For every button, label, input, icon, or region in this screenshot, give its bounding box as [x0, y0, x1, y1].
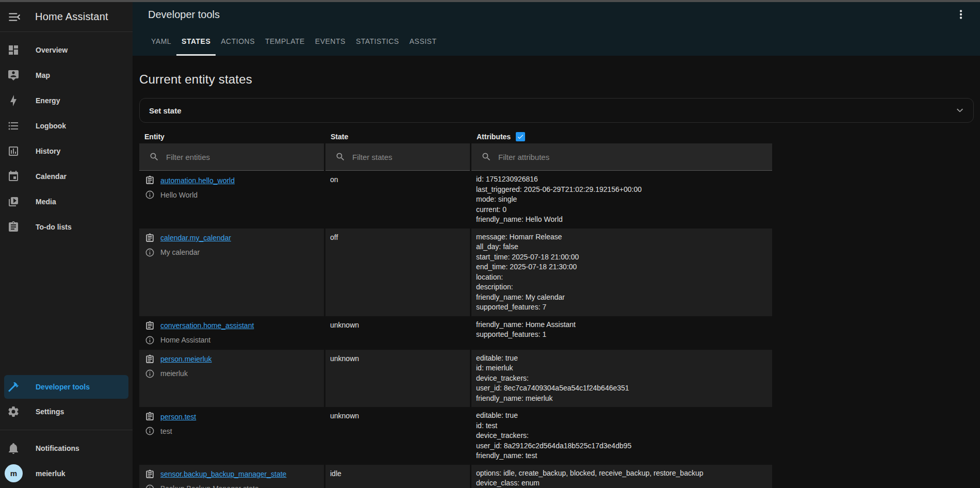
table-header-row: EntityStateAttributes: [139, 130, 772, 143]
entity-link[interactable]: calendar.my_calendar: [160, 234, 231, 242]
attribute-line: end_time: 2025-07-18 21:30:00: [476, 262, 772, 272]
calendar-icon: [7, 170, 20, 183]
sidebar-nav: OverviewMapEnergyLogbookHistoryCalendarM…: [0, 32, 133, 239]
sidebar-item-energy[interactable]: Energy: [0, 88, 133, 113]
column-header-attributes: Attributes: [471, 130, 772, 143]
state-cell: idle: [325, 465, 470, 488]
search-icon: [481, 152, 492, 162]
sidebar-item-logbook[interactable]: Logbook: [0, 113, 133, 138]
tab-template[interactable]: TEMPLATE: [260, 27, 310, 56]
sidebar-item-profile[interactable]: mmeierluk: [0, 461, 133, 486]
overflow-menu-icon[interactable]: [954, 8, 968, 21]
entity-states-table: EntityStateAttributes automation.hello_w…: [139, 130, 772, 488]
set-state-label: Set state: [149, 106, 182, 115]
entity-info-icon[interactable]: [145, 248, 155, 257]
sidebar-toggle-icon[interactable]: [8, 10, 21, 24]
attribute-line: friendly_name: Home Assistant: [476, 320, 772, 330]
tab-events[interactable]: EVENTS: [310, 27, 351, 56]
entity-friendly-name: Hello World: [160, 191, 198, 199]
attribute-line: current: 0: [476, 205, 772, 215]
sidebar-item-map[interactable]: Map: [0, 62, 133, 88]
entity-link[interactable]: sensor.backup_backup_manager_state: [160, 470, 286, 478]
attribute-line: options: idle, create_backup, blocked, r…: [476, 468, 772, 479]
bell-icon: [7, 442, 20, 454]
attribute-line: location:: [476, 272, 772, 283]
attribute-line: editable: true: [476, 411, 772, 421]
sidebar-nav-bottom: Developer toolsSettings: [0, 375, 133, 424]
entity-info-icon[interactable]: [145, 426, 155, 436]
filter-input-entity[interactable]: [166, 153, 306, 161]
attribute-line: device_class: enum: [476, 478, 772, 488]
sidebar-divider: [0, 430, 133, 430]
filter-cell-entity: [139, 143, 324, 171]
attribute-line: id: 1751230926816: [476, 174, 772, 185]
attributes-cell: editable: trueid: meierlukdevice_tracker…: [471, 350, 772, 408]
entity-info-icon[interactable]: [145, 190, 155, 200]
copy-entity-id-icon[interactable]: [145, 175, 155, 185]
tab-assist[interactable]: ASSIST: [404, 27, 442, 56]
table-filter-row: [139, 143, 772, 171]
sidebar-item-overview[interactable]: Overview: [0, 37, 133, 62]
app-header-top: Developer tools: [133, 2, 980, 27]
entity-info-icon[interactable]: [145, 335, 155, 345]
attribute-line: message: Homarr Release: [476, 232, 772, 242]
table-row: automation.hello_worldHello Worldonid: 1…: [139, 171, 772, 229]
attributes-checkbox[interactable]: [516, 132, 525, 141]
copy-entity-id-icon[interactable]: [145, 233, 155, 243]
attribute-line: mode: single: [476, 194, 772, 205]
tooltip-account-icon: [7, 69, 20, 82]
entity-friendly-name: test: [160, 427, 172, 435]
tab-bar: YAMLSTATESACTIONSTEMPLATEEVENTSSTATISTIC…: [146, 27, 980, 56]
tab-yaml[interactable]: YAML: [146, 27, 176, 56]
tab-statistics[interactable]: STATISTICS: [351, 27, 404, 56]
attribute-line: supported_features: 7: [476, 302, 772, 313]
entity-friendly-name: Backup Backup Manager state: [160, 484, 259, 488]
chevron-down-icon: [954, 104, 966, 117]
sidebar-item-to-do-lists[interactable]: To-do lists: [0, 214, 133, 239]
sidebar-spacer: [0, 239, 133, 375]
table-body: automation.hello_worldHello Worldonid: 1…: [139, 171, 772, 488]
attribute-line: friendly_name: test: [476, 451, 772, 461]
avatar: m: [5, 464, 23, 482]
entity-link[interactable]: person.test: [160, 413, 196, 421]
sidebar-item-history[interactable]: History: [0, 138, 133, 164]
sidebar-item-calendar[interactable]: Calendar: [0, 164, 133, 189]
sidebar-item-label: History: [36, 147, 60, 155]
copy-entity-id-icon[interactable]: [145, 354, 155, 364]
state-cell: off: [325, 229, 470, 316]
copy-entity-id-icon[interactable]: [145, 321, 155, 331]
set-state-panel[interactable]: Set state: [139, 98, 974, 123]
state-cell: unknown: [325, 316, 470, 350]
attribute-line: last_triggered: 2025-06-29T21:02:29.1921…: [476, 185, 772, 195]
sidebar-item-label: Settings: [36, 408, 64, 416]
tab-actions[interactable]: ACTIONS: [216, 27, 260, 56]
column-label: State: [331, 133, 348, 141]
view-dashboard-icon: [7, 44, 20, 56]
copy-entity-id-icon[interactable]: [145, 412, 155, 421]
sidebar-item-label: To-do lists: [36, 223, 72, 231]
entity-cell: person.testtest: [139, 407, 324, 465]
hammer-icon: [7, 381, 20, 393]
sidebar-item-media[interactable]: Media: [0, 189, 133, 214]
sidebar-item-settings[interactable]: Settings: [0, 399, 133, 424]
content: Current entity states Set state EntitySt…: [133, 56, 980, 488]
entity-info-icon[interactable]: [145, 369, 155, 379]
attribute-line: id: test: [476, 421, 772, 431]
entity-link[interactable]: conversation.home_assistant: [160, 321, 254, 330]
entity-info-icon[interactable]: [145, 484, 155, 488]
entity-cell: sensor.backup_backup_manager_stateBackup…: [139, 465, 324, 488]
entity-link[interactable]: person.meierluk: [160, 355, 212, 363]
sidebar-item-developer-tools[interactable]: Developer tools: [4, 375, 128, 399]
filter-input-state[interactable]: [352, 153, 460, 161]
tab-states[interactable]: STATES: [176, 27, 216, 56]
column-label: Entity: [144, 133, 165, 141]
play-box-multiple-icon: [7, 196, 20, 208]
entity-cell: conversation.home_assistantHome Assistan…: [139, 316, 324, 350]
copy-entity-id-icon[interactable]: [145, 469, 155, 479]
chart-box-icon: [7, 145, 20, 157]
entity-link[interactable]: automation.hello_world: [160, 176, 235, 185]
main-area: Developer tools YAMLSTATESACTIONSTEMPLAT…: [133, 2, 980, 488]
column-label: Attributes: [477, 133, 511, 141]
sidebar-item-notifications[interactable]: Notifications: [0, 435, 133, 461]
filter-input-attributes[interactable]: [498, 153, 731, 161]
